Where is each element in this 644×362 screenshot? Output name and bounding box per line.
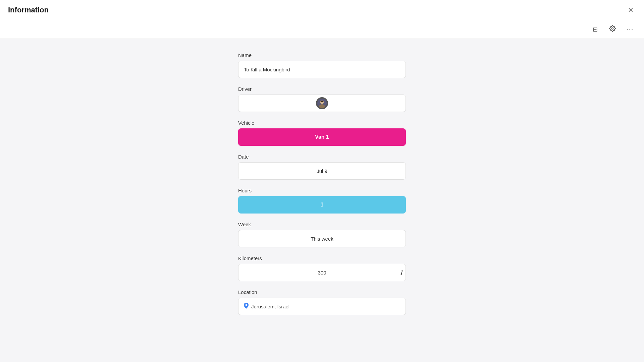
toolbar: ⊟ ··· <box>0 20 644 39</box>
title-bar: Information ✕ <box>0 0 644 20</box>
location-pin-icon <box>244 303 249 310</box>
close-button[interactable]: ✕ <box>625 5 636 15</box>
kilometers-label: Kilometers <box>238 255 406 261</box>
kilometers-field[interactable]: 300 𝐼 <box>238 264 406 281</box>
layout-button[interactable]: ⊟ <box>589 23 601 36</box>
date-value: Jul 9 <box>317 168 327 174</box>
date-label: Date <box>238 154 406 160</box>
settings-icon <box>609 25 616 34</box>
vehicle-label: Vehicle <box>238 120 406 126</box>
week-value: This week <box>311 236 333 242</box>
name-label: Name <box>238 52 406 58</box>
date-field[interactable]: Jul 9 <box>238 162 406 180</box>
week-label: Week <box>238 222 406 227</box>
window-title: Information <box>8 6 49 14</box>
week-field-group: Week This week <box>238 222 406 247</box>
main-window: Information ✕ ⊟ ··· Name <box>0 0 644 362</box>
kilometers-value: 300 <box>318 270 326 276</box>
week-field[interactable]: This week <box>238 230 406 247</box>
date-field-group: Date Jul 9 <box>238 154 406 180</box>
hours-button[interactable]: 1 <box>238 196 406 214</box>
name-field-group: Name <box>238 52 406 78</box>
svg-point-0 <box>612 28 613 29</box>
hours-label: Hours <box>238 188 406 193</box>
content-area: Name Driver <box>0 39 644 362</box>
name-input[interactable] <box>238 61 406 78</box>
avatar <box>316 97 328 109</box>
hours-field-group: Hours 1 <box>238 188 406 214</box>
location-field-group: Location Jerusalem, Israel <box>238 289 406 315</box>
driver-field-group: Driver <box>238 86 406 112</box>
settings-button[interactable] <box>606 23 619 36</box>
more-button[interactable]: ··· <box>624 23 636 36</box>
location-value: Jerusalem, Israel <box>251 304 289 309</box>
kilometers-field-group: Kilometers 300 𝐼 <box>238 255 406 281</box>
vehicle-button[interactable]: Van 1 <box>238 128 406 146</box>
more-icon: ··· <box>626 25 633 34</box>
driver-field[interactable] <box>238 95 406 112</box>
location-field[interactable]: Jerusalem, Israel <box>238 298 406 315</box>
layout-icon: ⊟ <box>593 26 598 33</box>
form-container: Name Driver <box>238 52 406 342</box>
vehicle-field-group: Vehicle Van 1 <box>238 120 406 146</box>
driver-label: Driver <box>238 86 406 92</box>
location-label: Location <box>238 289 406 295</box>
cursor-icon: 𝐼 <box>400 269 403 277</box>
